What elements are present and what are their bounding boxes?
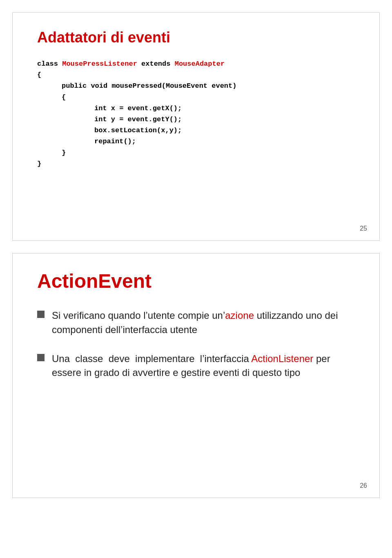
code-public-void: public void mousePressed(MouseEvent even… xyxy=(62,82,236,90)
code-classname: MousePressListener xyxy=(62,60,141,68)
code-brace-close-inner: } xyxy=(62,149,66,157)
bullet-item-1: Si verificano quando l’utente compie un’… xyxy=(37,309,355,337)
code-line-9: } xyxy=(37,147,355,158)
bullet-icon-1 xyxy=(37,311,45,318)
highlight-actionlistener: ActionListener xyxy=(251,353,313,364)
code-brace-open: { xyxy=(37,71,41,79)
slide-1-number: 25 xyxy=(360,225,367,232)
code-brace-open-2: { xyxy=(62,93,66,101)
code-brace-close-outer: } xyxy=(37,160,41,168)
bullet-icon-2 xyxy=(37,354,45,361)
code-adapter-name: MouseAdapter xyxy=(175,60,225,68)
code-line-8: repaint(); xyxy=(37,136,355,147)
code-line-4: { xyxy=(37,92,355,103)
code-repaint: repaint(); xyxy=(94,138,136,145)
bullet-list: Si verificano quando l’utente compie un’… xyxy=(37,309,355,380)
page: Adattatori di eventi class MousePressLis… xyxy=(0,0,392,558)
bullet-item-2: Una classe deve implementare l’interfacc… xyxy=(37,352,355,380)
code-line-5: int x = event.getX(); xyxy=(37,103,355,114)
bullet-text-2: Una classe deve implementare l’interfacc… xyxy=(52,352,355,380)
code-line-2: { xyxy=(37,69,355,80)
code-box-set: box.setLocation(x,y); xyxy=(94,127,182,134)
slide-2-title: ActionEvent xyxy=(37,270,355,292)
code-line-6: int y = event.getY(); xyxy=(37,114,355,125)
bullet-text-1: Si verificano quando l’utente compie un’… xyxy=(52,309,355,337)
code-line-7: box.setLocation(x,y); xyxy=(37,125,355,136)
slide-1-title: Adattatori di eventi xyxy=(37,29,355,46)
code-int-y: int y = event.getY(); xyxy=(94,116,182,123)
code-class-keyword: class xyxy=(37,60,62,68)
code-extends-keyword: extends xyxy=(141,60,175,68)
slide-2: ActionEvent Si verificano quando l’utent… xyxy=(12,253,380,498)
code-block: class MousePressListener extends MouseAd… xyxy=(37,58,355,169)
highlight-azione: azione xyxy=(225,310,254,321)
code-line-1: class MousePressListener extends MouseAd… xyxy=(37,58,355,69)
slide-2-number: 26 xyxy=(360,482,367,489)
code-line-10: } xyxy=(37,158,355,169)
slide-1: Adattatori di eventi class MousePressLis… xyxy=(12,12,380,241)
code-int-x: int x = event.getX(); xyxy=(94,104,182,112)
code-line-3: public void mousePressed(MouseEvent even… xyxy=(37,80,355,91)
